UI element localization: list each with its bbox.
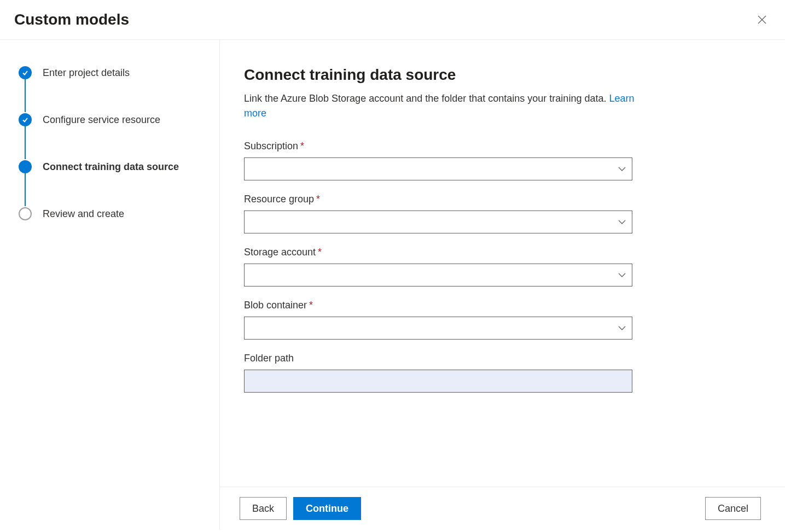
continue-button[interactable]: Continue	[293, 497, 361, 520]
label-text: Resource group	[244, 194, 314, 204]
blob-container-select[interactable]	[244, 317, 632, 340]
required-marker: *	[309, 300, 313, 311]
field-label-subscription: Subscription*	[244, 141, 632, 152]
field-storage-account: Storage account*	[244, 247, 632, 287]
label-text: Blob container	[244, 300, 307, 311]
step-label: Enter project details	[43, 66, 130, 79]
field-label-resource-group: Resource group*	[244, 194, 632, 205]
checkmark-icon	[22, 116, 28, 123]
folder-path-input[interactable]	[244, 370, 632, 393]
field-subscription: Subscription*	[244, 141, 632, 180]
step-connector	[25, 79, 26, 112]
section-description: Link the Azure Blob Storage account and …	[244, 91, 638, 121]
field-label-storage-account: Storage account*	[244, 247, 632, 258]
step-connect-training-data-source[interactable]: Connect training data source	[19, 160, 206, 207]
label-text: Storage account	[244, 247, 316, 258]
page-title: Custom models	[14, 11, 129, 28]
step-review-and-create[interactable]: Review and create	[19, 207, 206, 220]
back-button[interactable]: Back	[240, 497, 287, 520]
wizard-steps-sidebar: Enter project details Configure service …	[0, 40, 220, 530]
section-heading: Connect training data source	[244, 66, 761, 84]
dialog-header: Custom models	[0, 0, 785, 40]
label-text: Folder path	[244, 353, 294, 364]
field-label-blob-container: Blob container*	[244, 300, 632, 311]
step-label: Connect training data source	[43, 160, 179, 173]
field-label-folder-path: Folder path	[244, 353, 632, 364]
step-configure-service-resource[interactable]: Configure service resource	[19, 113, 206, 160]
description-text: Link the Azure Blob Storage account and …	[244, 93, 609, 104]
close-button[interactable]	[753, 11, 771, 28]
step-marker-future	[19, 207, 32, 220]
field-resource-group: Resource group*	[244, 194, 632, 233]
step-marker-done	[19, 113, 32, 126]
step-enter-project-details[interactable]: Enter project details	[19, 66, 206, 113]
close-icon	[758, 15, 766, 24]
required-marker: *	[300, 141, 304, 151]
main-panel: Connect training data source Link the Az…	[220, 40, 785, 530]
cancel-button[interactable]: Cancel	[705, 497, 761, 520]
storage-account-select[interactable]	[244, 264, 632, 287]
step-marker-current	[19, 160, 32, 173]
checkmark-icon	[22, 69, 28, 76]
step-label: Review and create	[43, 207, 124, 220]
required-marker: *	[316, 194, 320, 204]
step-label: Configure service resource	[43, 113, 160, 126]
step-connector	[25, 126, 26, 159]
subscription-select[interactable]	[244, 157, 632, 180]
resource-group-select[interactable]	[244, 211, 632, 233]
required-marker: *	[318, 247, 322, 258]
step-marker-done	[19, 66, 32, 79]
wizard-footer: Back Continue Cancel	[220, 487, 785, 530]
step-connector	[25, 173, 26, 206]
field-folder-path: Folder path	[244, 353, 632, 393]
label-text: Subscription	[244, 141, 298, 151]
field-blob-container: Blob container*	[244, 300, 632, 340]
